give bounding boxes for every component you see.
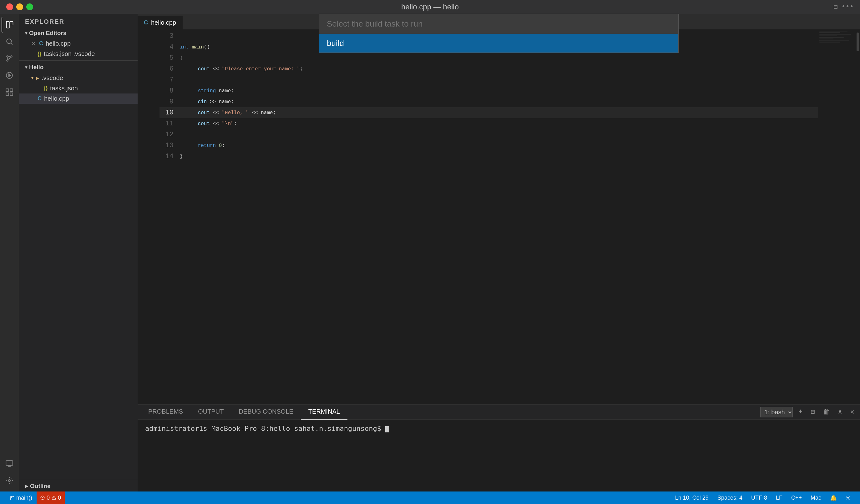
source-control-activity-icon[interactable] — [2, 51, 17, 66]
sidebar-divider-2 — [19, 479, 138, 479]
svg-line-3 — [11, 43, 13, 45]
status-encoding[interactable]: UTF-8 — [747, 495, 772, 501]
status-errors[interactable]: 0 0 — [37, 491, 65, 504]
feedback-icon: 🔔 — [830, 494, 837, 501]
status-line-ending[interactable]: LF — [772, 495, 787, 501]
collapse-panel-icon[interactable]: ∧ — [836, 406, 845, 417]
tasks-json-file[interactable]: {} tasks.json — [19, 83, 138, 93]
line-num-7: 7 — [163, 76, 180, 84]
search-activity-icon[interactable] — [2, 34, 17, 49]
svg-rect-0 — [6, 21, 9, 28]
title-bar-right: ⊟ ••• — [833, 3, 854, 11]
scrollbar-thumb — [857, 32, 859, 51]
code-text-3 — [180, 33, 183, 39]
code-text-13: return 0; — [180, 143, 225, 148]
code-text-10: cout << "Hello, " << name; — [180, 110, 276, 116]
svg-rect-1 — [10, 21, 13, 25]
close-panel-icon[interactable]: ✕ — [848, 406, 857, 417]
status-branch[interactable]: main() — [5, 491, 37, 504]
window-title: hello.cpp — hello — [401, 2, 459, 11]
status-language[interactable]: C++ — [787, 495, 806, 501]
terminal-content[interactable]: administrator1s-MacBook-Pro-8:hello saha… — [138, 420, 860, 491]
status-spaces[interactable]: Spaces: 4 — [713, 495, 747, 501]
status-settings[interactable] — [841, 495, 855, 500]
command-palette: build — [319, 14, 679, 53]
settings-activity-icon[interactable] — [2, 473, 17, 488]
delete-terminal-icon[interactable]: 🗑 — [821, 406, 832, 417]
code-line-11: 11 cout << "\n"; — [159, 118, 818, 129]
more-actions-icon[interactable]: ••• — [841, 3, 854, 11]
window-controls — [6, 3, 33, 10]
hello-section[interactable]: ▾ Hello — [19, 62, 138, 73]
main-container: Explorer ▾ Open Editors ✕ C hello.cpp {}… — [0, 14, 860, 491]
status-feedback[interactable]: 🔔 — [826, 494, 841, 501]
mini-line — [819, 37, 844, 38]
new-terminal-icon[interactable]: + — [796, 407, 805, 417]
status-bar-right: Ln 10, Col 29 Spaces: 4 UTF-8 LF C++ Mac… — [671, 494, 855, 501]
open-editors-section[interactable]: ▾ Open Editors — [19, 28, 138, 39]
line-num-3: 3 — [163, 32, 180, 40]
error-count: 0 — [47, 495, 50, 501]
tab-hello-cpp[interactable]: C hello.cpp — [138, 16, 183, 29]
open-editor-tasks-json[interactable]: {} tasks.json .vscode — [19, 49, 138, 59]
mini-line — [819, 40, 849, 41]
panel-tab-problems-label: PROBLEMS — [148, 408, 183, 415]
remote-activity-icon[interactable] — [2, 456, 17, 472]
status-position-label: Ln 10, Col 29 — [675, 495, 708, 501]
code-text-11: cout << "\n"; — [180, 121, 237, 127]
command-item-build-label: build — [327, 39, 344, 48]
panel-tab-terminal[interactable]: TERMINAL — [301, 404, 347, 420]
status-platform[interactable]: Mac — [806, 495, 826, 501]
content-area: C hello.cpp build 3 — [138, 14, 860, 491]
outline-section[interactable]: ▸ Outline — [19, 480, 138, 491]
tab-hello-cpp-label: hello.cpp — [151, 19, 176, 26]
status-position[interactable]: Ln 10, Col 29 — [671, 495, 713, 501]
panel-tab-debug-console-label: DEBUG CONSOLE — [239, 408, 293, 415]
tasks-json-label: tasks.json — [50, 85, 78, 92]
settings-status-icon — [846, 495, 851, 500]
error-icon — [40, 495, 45, 500]
svg-rect-12 — [10, 93, 13, 96]
svg-rect-14 — [8, 465, 11, 466]
explorer-activity-icon[interactable] — [2, 17, 17, 32]
folder-icon: ▸ — [36, 74, 39, 82]
editor-scrollbar[interactable] — [856, 29, 860, 404]
code-line-5: 5 { — [159, 53, 818, 63]
svg-point-17 — [13, 496, 14, 497]
svg-point-5 — [11, 56, 12, 57]
mini-line — [819, 39, 833, 39]
split-editor-icon[interactable]: ⊟ — [833, 3, 837, 11]
panel-tab-debug-console[interactable]: DEBUG CONSOLE — [231, 404, 301, 420]
warning-count: 0 — [58, 495, 61, 501]
debug-activity-icon[interactable] — [2, 68, 17, 83]
code-view: 3 4 int main() 5 { 6 cout << "Please ent… — [159, 29, 818, 404]
open-editor-hello-cpp[interactable]: ✕ C hello.cpp — [19, 39, 138, 49]
branch-icon — [9, 495, 14, 500]
panel-tab-problems[interactable]: PROBLEMS — [141, 404, 190, 420]
terminal-shell-select[interactable]: 1: bash — [760, 407, 793, 417]
svg-rect-10 — [10, 89, 13, 91]
close-file-icon[interactable]: ✕ — [31, 41, 35, 47]
command-palette-input[interactable] — [319, 14, 678, 34]
editor-area[interactable]: 3 4 int main() 5 { 6 cout << "Please ent… — [138, 29, 860, 404]
hello-cpp-file[interactable]: C hello.cpp — [19, 93, 138, 104]
code-text-9: cin >> name; — [180, 99, 234, 105]
minimize-button[interactable] — [16, 3, 23, 10]
close-button[interactable] — [6, 3, 13, 10]
line-num-9: 9 — [163, 98, 180, 106]
panel-tab-output[interactable]: OUTPUT — [190, 404, 231, 420]
code-text-12 — [180, 132, 183, 138]
split-terminal-icon[interactable]: ⊟ — [808, 406, 817, 417]
maximize-button[interactable] — [26, 3, 33, 10]
command-item-build[interactable]: build — [319, 34, 678, 53]
svg-point-2 — [6, 39, 11, 43]
extensions-activity-icon[interactable] — [2, 84, 17, 100]
status-bar: main() 0 0 Ln 10, Col 29 Spaces: 4 UTF-8… — [0, 491, 860, 504]
code-line-8: 8 string name; — [159, 85, 818, 96]
vscode-folder[interactable]: ▾ ▸ .vscode — [19, 73, 138, 83]
open-editor-hello-cpp-label: hello.cpp — [46, 40, 71, 47]
sidebar-spacer — [19, 104, 138, 478]
minimap-content — [818, 29, 856, 44]
line-num-11: 11 — [163, 120, 180, 128]
terminal-prompt: administrator1s-MacBook-Pro-8:hello saha… — [145, 424, 381, 432]
